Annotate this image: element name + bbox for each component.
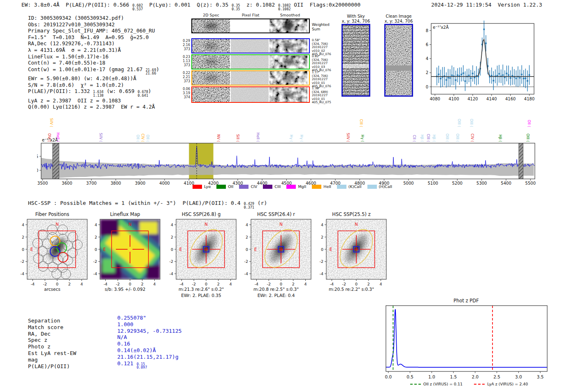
photz-legend-item-0: OII z (VIRUS) = 0.11 <box>410 382 463 386</box>
svg-text:SiIV (: SiIV ( <box>49 118 53 127</box>
svg-text:CIII (: CIII ( <box>426 134 430 142</box>
info-line-7: Cont(n) = 7.40(±0.55)e-18 <box>28 60 193 66</box>
svg-text:OII (: OII ( <box>527 120 531 127</box>
svg-text:5200: 5200 <box>452 181 462 186</box>
spec2d-row-4-right-label: 1.38" (324, 689) 20191227 v010_01 405_RU… <box>312 87 330 104</box>
detection-info-block: ID: 3005309342 (3005309342.pdf)Obs: 2019… <box>28 15 193 110</box>
spec2d-panel: Weighted Sum0.29 2.16 3730.58" (324, 706… <box>181 0 329 107</box>
svg-text:4: 4 <box>321 223 323 227</box>
svg-text:HeII (: HeII ( <box>256 132 260 142</box>
spec2d-row-3-left-label: 0.22 2.21 373 <box>181 71 190 83</box>
zoom-spectrum-plot: 40804100412041404160418002468e⁻¹⁷x2Å <box>425 21 544 102</box>
cutout-title-4: HSC SSP(25.5) z <box>312 211 390 217</box>
svg-text:E: E <box>30 247 33 252</box>
svg-text:4140: 4140 <box>486 97 497 101</box>
svg-text:2: 2 <box>217 282 220 286</box>
legend-label-6: (K)CaII <box>348 184 362 189</box>
svg-text:0.5: 0.5 <box>406 374 413 379</box>
legend-label-2: CIV <box>251 184 257 189</box>
match-label-2: RA, Dec <box>28 331 76 337</box>
photz-legend-label-0: OII z (VIRUS) = 0.11 <box>423 382 463 386</box>
svg-text:4: 4 <box>22 223 24 227</box>
svg-text:0.0: 0.0 <box>385 374 392 379</box>
svg-text:4180: 4180 <box>524 97 534 101</box>
info-line-11: P(LAE)/P(OII): 1.332 1.6341.138 (w: 0.65… <box>28 88 193 97</box>
spec2d-row-3-strip <box>191 70 310 86</box>
svg-text:OIII (: OIII ( <box>445 134 449 142</box>
cutout-plot-1: NE-4-4-2-2002244 <box>86 217 164 288</box>
svg-text:4100: 4100 <box>448 97 459 101</box>
svg-text:-4: -4 <box>31 282 35 286</box>
svg-text:CIV (: CIV ( <box>141 134 145 142</box>
svg-text:Hβ (: Hβ ( <box>432 135 436 142</box>
svg-text:N: N <box>56 222 58 227</box>
svg-text:4: 4 <box>230 282 232 286</box>
svg-text:3.0: 3.0 <box>515 374 522 379</box>
spec2d-row-1: 0.29 2.16 3730.58" (324, 706) 20191227 v… <box>181 38 329 53</box>
cutout-plot-4: NE-4-4-2-2002244 <box>312 217 390 288</box>
svg-text:OIII (: OIII ( <box>457 119 461 127</box>
svg-text:2: 2 <box>171 235 173 239</box>
timestamp: 2024-12-29 11:19:54 <box>431 2 491 8</box>
match-label-3: Spec z <box>28 337 76 343</box>
cleanimage-title: Clean Imagex, y: 324, 706 <box>380 14 417 23</box>
match-label-0: Separation <box>28 318 76 324</box>
legend-item-5: HeII <box>312 184 331 189</box>
svg-text:-2: -2 <box>93 259 97 264</box>
photz-pdf-plot: 0.00.51.01.52.02.53.03.5 <box>381 294 557 380</box>
legend-label-3: CIII <box>274 184 281 189</box>
legend-label-7: (H)CaII <box>379 184 393 189</box>
spec2d-row-0-strip <box>191 19 310 33</box>
svg-text:4: 4 <box>246 223 248 227</box>
svg-text:-2: -2 <box>320 259 323 264</box>
withsky-title: With Skyx, y: 324, 706 <box>337 14 374 23</box>
info-line-12: LyA z = 2.3987 OII z = 0.1083 <box>28 97 193 104</box>
svg-text:OIII (: OIII ( <box>469 119 474 127</box>
cleanimage-image <box>384 24 413 97</box>
svg-text:N: N <box>128 222 131 227</box>
spectrum-legend: LyαOIICIVCIIIMgIIHeII(K)CaII(H)CaII <box>193 184 398 189</box>
svg-text:5: 5 <box>37 154 38 159</box>
spec2d-row-1-right-label: 0.58" (324, 706) 20191227 v010_02 405_RU… <box>312 39 330 56</box>
hsc-match-line: HSC-SSP : Possible Matches = 1 (within +… <box>28 200 267 209</box>
match-label-1: Match score <box>28 324 76 331</box>
info-line-9: EWr = 5.90(±0.80) (w: 4.20(±0.48))Å <box>28 75 193 82</box>
match-value-2: 12.929345, -0.731125 <box>117 328 182 334</box>
svg-text:OVI [: OVI [ <box>47 133 51 142</box>
svg-text:SiII (: SiII ( <box>236 134 240 142</box>
info-line-6: LineFlux = 1.50(±0.17)e-16 <box>28 53 193 60</box>
cutout-caption2-2: EWr: 2. PLAE: 0.35 <box>162 293 240 298</box>
svg-text:1.0: 1.0 <box>428 374 435 379</box>
svg-text:0: 0 <box>355 282 358 286</box>
svg-text:4160: 4160 <box>505 97 516 101</box>
spec2d-row-1-left-label: 0.29 2.16 373 <box>181 39 190 51</box>
match-value-7: 0.121 0.150.097 <box>117 360 182 369</box>
svg-text:-2: -2 <box>342 282 346 286</box>
svg-text:4: 4 <box>426 56 428 61</box>
svg-text:-4: -4 <box>244 271 248 276</box>
svg-text:5300: 5300 <box>476 181 487 186</box>
spec2d-row-2-left-label: 0.23 1.13 373 <box>181 55 190 67</box>
svg-text:Hγ (: Hγ ( <box>300 135 304 142</box>
legend-swatch-6 <box>337 185 346 189</box>
svg-text:5500: 5500 <box>525 181 536 186</box>
match-value-5: 0.14(±0.02)Å <box>117 347 182 354</box>
svg-text:4: 4 <box>95 223 97 227</box>
svg-text:3600: 3600 <box>62 181 72 186</box>
svg-text:0: 0 <box>280 282 282 286</box>
svg-text:5000: 5000 <box>403 181 413 186</box>
svg-text:0: 0 <box>129 282 131 286</box>
match-label-6: mag <box>28 357 76 363</box>
match-label-4: Photo z <box>28 343 76 350</box>
svg-text:OIII (: OIII ( <box>455 134 460 142</box>
spec2d-row-2-right-label: 0.82" (324, 706) 20191227 v010_03 405_RU… <box>312 55 330 72</box>
legend-label-4: MgII <box>298 184 306 189</box>
spec2d-row-0-right-label: Weighted Sum <box>312 23 330 31</box>
svg-text:-2: -2 <box>170 259 173 264</box>
svg-text:2: 2 <box>321 235 323 239</box>
legend-label-5: HeII <box>323 184 331 189</box>
svg-text:-4: -4 <box>330 282 334 286</box>
svg-text:-2: -2 <box>267 282 270 286</box>
cutout-title-0: Fiber Positions <box>13 211 91 217</box>
main-spectrum-plot: 3500360037003800390040004100420043004400… <box>37 109 547 191</box>
